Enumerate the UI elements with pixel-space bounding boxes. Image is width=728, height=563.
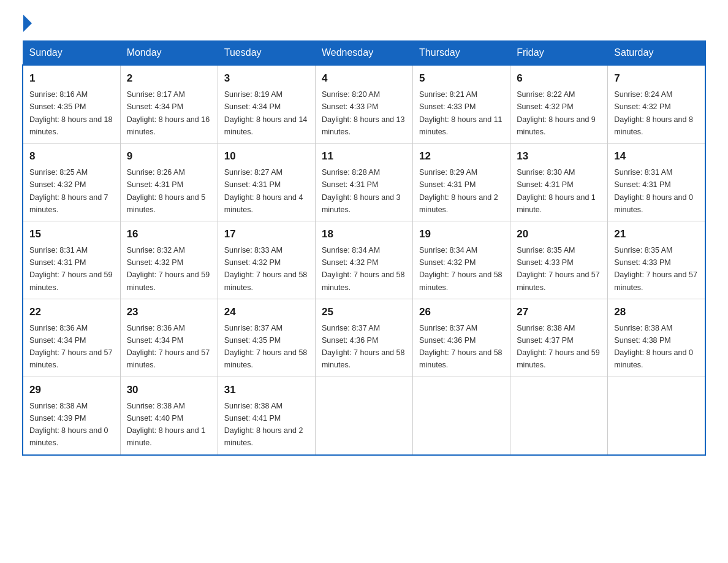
week-row-4: 22Sunrise: 8:36 AMSunset: 4:34 PMDayligh… [23,299,705,377]
day-cell: 1Sunrise: 8:16 AMSunset: 4:35 PMDaylight… [23,65,120,143]
day-number: 24 [224,304,309,320]
day-number: 1 [29,71,114,86]
day-info: Sunrise: 8:35 AMSunset: 4:33 PMDaylight:… [517,246,600,291]
day-info: Sunrise: 8:31 AMSunset: 4:31 PMDaylight:… [614,168,693,213]
weekday-header-sunday: Sunday [23,41,120,66]
day-number: 22 [29,304,114,320]
day-cell: 27Sunrise: 8:38 AMSunset: 4:37 PMDayligh… [510,299,608,377]
day-number: 23 [127,304,211,320]
calendar-table: SundayMondayTuesdayWednesdayThursdayFrid… [22,40,706,456]
day-info: Sunrise: 8:25 AMSunset: 4:32 PMDaylight:… [29,168,108,213]
day-cell [413,377,510,454]
day-number: 31 [224,382,309,398]
day-info: Sunrise: 8:31 AMSunset: 4:31 PMDaylight:… [29,246,113,291]
day-cell [315,377,412,454]
day-cell: 28Sunrise: 8:38 AMSunset: 4:38 PMDayligh… [608,299,705,377]
day-info: Sunrise: 8:19 AMSunset: 4:34 PMDaylight:… [224,90,308,136]
day-cell: 6Sunrise: 8:22 AMSunset: 4:32 PMDaylight… [510,65,608,143]
day-number: 10 [224,148,309,164]
day-cell: 12Sunrise: 8:29 AMSunset: 4:31 PMDayligh… [413,143,510,221]
day-number: 18 [322,226,406,242]
day-cell: 21Sunrise: 8:35 AMSunset: 4:33 PMDayligh… [608,221,705,299]
day-number: 3 [224,71,309,86]
day-number: 11 [322,148,406,164]
day-cell: 19Sunrise: 8:34 AMSunset: 4:32 PMDayligh… [413,221,510,299]
day-info: Sunrise: 8:26 AMSunset: 4:31 PMDaylight:… [127,168,206,213]
day-cell: 29Sunrise: 8:38 AMSunset: 4:39 PMDayligh… [23,377,120,454]
day-cell: 14Sunrise: 8:31 AMSunset: 4:31 PMDayligh… [608,143,705,221]
weekday-header-tuesday: Tuesday [218,41,315,66]
day-number: 20 [517,226,601,242]
day-cell: 24Sunrise: 8:37 AMSunset: 4:35 PMDayligh… [218,299,315,377]
day-number: 19 [419,226,504,242]
day-info: Sunrise: 8:37 AMSunset: 4:36 PMDaylight:… [322,324,405,369]
weekday-header-saturday: Saturday [608,41,705,66]
day-info: Sunrise: 8:32 AMSunset: 4:32 PMDaylight:… [127,246,210,291]
day-cell: 10Sunrise: 8:27 AMSunset: 4:31 PMDayligh… [218,143,315,221]
day-number: 5 [419,71,504,86]
day-number: 14 [614,148,699,164]
day-number: 17 [224,226,309,242]
day-cell: 26Sunrise: 8:37 AMSunset: 4:36 PMDayligh… [413,299,510,377]
weekday-header-thursday: Thursday [413,41,510,66]
day-info: Sunrise: 8:38 AMSunset: 4:37 PMDaylight:… [517,324,600,369]
day-info: Sunrise: 8:38 AMSunset: 4:39 PMDaylight:… [29,402,108,447]
day-info: Sunrise: 8:37 AMSunset: 4:35 PMDaylight:… [224,324,308,369]
day-info: Sunrise: 8:28 AMSunset: 4:31 PMDaylight:… [322,168,401,213]
weekday-header-row: SundayMondayTuesdayWednesdayThursdayFrid… [23,41,705,66]
day-info: Sunrise: 8:34 AMSunset: 4:32 PMDaylight:… [322,246,405,291]
day-cell: 4Sunrise: 8:20 AMSunset: 4:33 PMDaylight… [315,65,412,143]
page-header [0,0,728,40]
day-number: 13 [517,148,601,164]
day-number: 12 [419,148,504,164]
day-info: Sunrise: 8:33 AMSunset: 4:32 PMDaylight:… [224,246,308,291]
day-info: Sunrise: 8:34 AMSunset: 4:32 PMDaylight:… [419,246,502,291]
day-number: 16 [127,226,211,242]
day-info: Sunrise: 8:35 AMSunset: 4:33 PMDaylight:… [614,246,697,291]
logo-arrow-icon [23,15,32,32]
day-cell: 31Sunrise: 8:38 AMSunset: 4:41 PMDayligh… [218,377,315,454]
day-number: 9 [127,148,211,164]
day-number: 30 [127,382,211,398]
day-info: Sunrise: 8:36 AMSunset: 4:34 PMDaylight:… [127,324,210,369]
week-row-2: 8Sunrise: 8:25 AMSunset: 4:32 PMDaylight… [23,143,705,221]
day-cell: 15Sunrise: 8:31 AMSunset: 4:31 PMDayligh… [23,221,120,299]
day-cell: 11Sunrise: 8:28 AMSunset: 4:31 PMDayligh… [315,143,412,221]
day-number: 6 [517,71,601,86]
day-cell [510,377,608,454]
day-cell: 3Sunrise: 8:19 AMSunset: 4:34 PMDaylight… [218,65,315,143]
weekday-header-wednesday: Wednesday [315,41,412,66]
day-info: Sunrise: 8:16 AMSunset: 4:35 PMDaylight:… [29,90,113,136]
day-cell: 23Sunrise: 8:36 AMSunset: 4:34 PMDayligh… [120,299,218,377]
day-number: 25 [322,304,406,320]
day-cell: 9Sunrise: 8:26 AMSunset: 4:31 PMDaylight… [120,143,218,221]
day-cell: 2Sunrise: 8:17 AMSunset: 4:34 PMDaylight… [120,65,218,143]
day-cell: 18Sunrise: 8:34 AMSunset: 4:32 PMDayligh… [315,221,412,299]
day-cell: 5Sunrise: 8:21 AMSunset: 4:33 PMDaylight… [413,65,510,143]
day-number: 7 [614,71,699,86]
day-cell: 30Sunrise: 8:38 AMSunset: 4:40 PMDayligh… [120,377,218,454]
day-info: Sunrise: 8:21 AMSunset: 4:33 PMDaylight:… [419,90,502,136]
day-number: 8 [29,148,114,164]
day-number: 26 [419,304,504,320]
day-cell: 25Sunrise: 8:37 AMSunset: 4:36 PMDayligh… [315,299,412,377]
day-cell: 20Sunrise: 8:35 AMSunset: 4:33 PMDayligh… [510,221,608,299]
day-info: Sunrise: 8:29 AMSunset: 4:31 PMDaylight:… [419,168,498,213]
day-number: 4 [322,71,406,86]
logo [22,17,32,31]
day-number: 21 [614,226,699,242]
week-row-3: 15Sunrise: 8:31 AMSunset: 4:31 PMDayligh… [23,221,705,299]
day-info: Sunrise: 8:30 AMSunset: 4:31 PMDaylight:… [517,168,596,213]
day-info: Sunrise: 8:37 AMSunset: 4:36 PMDaylight:… [419,324,502,369]
week-row-5: 29Sunrise: 8:38 AMSunset: 4:39 PMDayligh… [23,377,705,454]
day-number: 28 [614,304,699,320]
day-info: Sunrise: 8:38 AMSunset: 4:40 PMDaylight:… [127,402,206,447]
day-info: Sunrise: 8:17 AMSunset: 4:34 PMDaylight:… [127,90,210,136]
day-info: Sunrise: 8:38 AMSunset: 4:38 PMDaylight:… [614,324,693,369]
day-number: 15 [29,226,114,242]
day-info: Sunrise: 8:20 AMSunset: 4:33 PMDaylight:… [322,90,405,136]
day-info: Sunrise: 8:27 AMSunset: 4:31 PMDaylight:… [224,168,303,213]
day-number: 29 [29,382,114,398]
day-cell: 16Sunrise: 8:32 AMSunset: 4:32 PMDayligh… [120,221,218,299]
day-number: 27 [517,304,601,320]
